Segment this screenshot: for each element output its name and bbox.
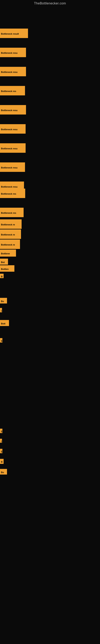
bar-item-3: Bottleneck resu bbox=[0, 67, 26, 76]
bar-label-25: E bbox=[0, 449, 2, 453]
bar-label-16: Bot bbox=[0, 258, 8, 265]
bar-item-19: Bo bbox=[0, 298, 7, 304]
bar-label-14: Bottleneck re bbox=[0, 240, 20, 249]
bar-label-27: Bo bbox=[0, 469, 7, 474]
bar-item-25: E bbox=[0, 449, 2, 453]
bar-label-10: Bottleneck res bbox=[0, 188, 25, 198]
bar-item-8: Bottleneck resu bbox=[0, 162, 25, 172]
bar-item-20: | bbox=[0, 308, 2, 312]
bar-label-26: B bbox=[0, 459, 3, 464]
bar-label-24: | bbox=[0, 439, 2, 443]
bar-item-5: Bottleneck resu bbox=[0, 105, 26, 114]
bar-label-22: E bbox=[0, 338, 2, 342]
bar-item-22: E bbox=[0, 338, 2, 342]
bar-item-6: Bottleneck resu bbox=[0, 124, 26, 134]
bar-label-15: Bottlene bbox=[0, 250, 16, 256]
bar-item-14: Bottleneck re bbox=[0, 240, 20, 249]
bar-item-15: Bottlene bbox=[0, 250, 16, 256]
bar-item-2: Bottleneck resu bbox=[0, 48, 26, 57]
bar-label-2: Bottleneck resu bbox=[0, 48, 26, 57]
bar-item-24: | bbox=[0, 439, 2, 443]
bar-item-16: Bot bbox=[0, 258, 8, 265]
bar-label-18: B bbox=[0, 274, 3, 278]
bar-label-4: Bottleneck res bbox=[0, 86, 25, 96]
bar-label-19: Bo bbox=[0, 298, 7, 304]
bar-item-12: Bottleneck re bbox=[0, 219, 22, 229]
bar-item-23: E bbox=[0, 429, 2, 433]
bar-label-21: Bott bbox=[0, 320, 9, 326]
bar-label-17: Bottlen bbox=[0, 265, 14, 272]
bar-item-18: B bbox=[0, 274, 3, 278]
site-title: TheBottlenecker.com bbox=[0, 0, 100, 6]
bar-label-7: Bottleneck resu bbox=[0, 143, 26, 153]
bar-label-13: Bottleneck re bbox=[0, 230, 21, 239]
bar-label-1: Bottleneck result bbox=[0, 28, 28, 38]
bar-item-17: Bottlen bbox=[0, 265, 14, 272]
bar-item-10: Bottleneck res bbox=[0, 188, 25, 198]
bar-label-11: Bottleneck res bbox=[0, 208, 24, 217]
bar-label-8: Bottleneck resu bbox=[0, 162, 25, 172]
bar-label-12: Bottleneck re bbox=[0, 219, 22, 229]
bar-label-3: Bottleneck resu bbox=[0, 67, 26, 76]
bar-item-27: Bo bbox=[0, 469, 7, 474]
bar-label-6: Bottleneck resu bbox=[0, 124, 26, 134]
bar-item-1: Bottleneck result bbox=[0, 28, 28, 38]
bar-label-5: Bottleneck resu bbox=[0, 105, 26, 114]
bar-label-23: E bbox=[0, 429, 2, 433]
bar-item-26: B bbox=[0, 459, 3, 464]
bar-item-11: Bottleneck res bbox=[0, 208, 24, 217]
bar-label-20: | bbox=[0, 308, 2, 312]
bar-item-21: Bott bbox=[0, 320, 9, 326]
bar-item-13: Bottleneck re bbox=[0, 230, 21, 239]
bar-item-4: Bottleneck res bbox=[0, 86, 25, 96]
bar-item-7: Bottleneck resu bbox=[0, 143, 26, 153]
